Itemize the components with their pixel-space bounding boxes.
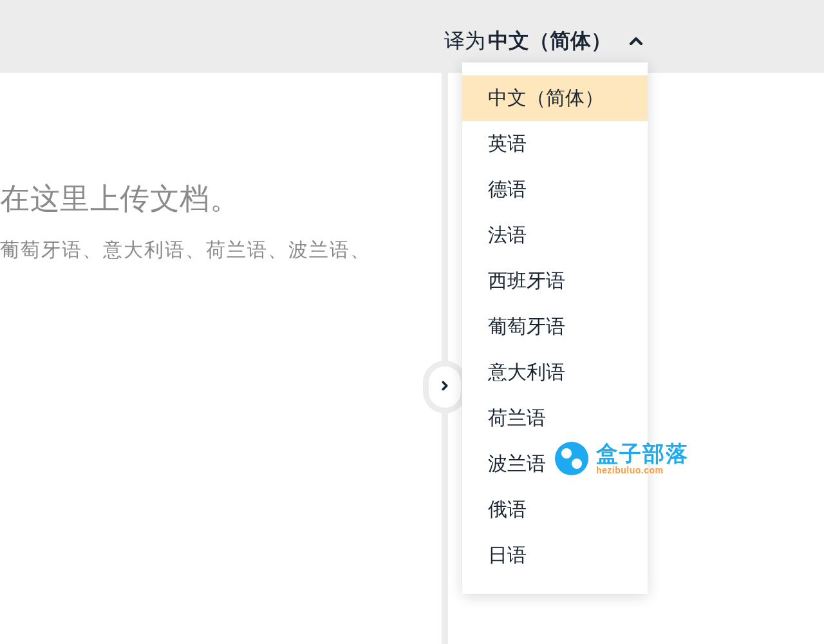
top-bar: 译为 中文（简体）: [0, 0, 824, 73]
language-option[interactable]: 意大利语: [462, 350, 648, 395]
language-dropdown: 中文（简体）英语德语法语西班牙语葡萄牙语意大利语荷兰语波兰语俄语日语: [462, 62, 648, 594]
watermark-logo-icon: [555, 442, 588, 475]
upload-heading: 在这里上传文档。: [0, 179, 239, 219]
selected-language-label: 中文（简体）: [488, 27, 612, 55]
supported-languages-text: 葡萄牙语、意大利语、荷兰语、波兰语、: [0, 237, 371, 263]
language-option[interactable]: 德语: [462, 167, 648, 213]
chevron-up-icon: [626, 31, 646, 52]
language-option[interactable]: 葡萄牙语: [462, 304, 648, 350]
swap-arrow-button[interactable]: [423, 361, 467, 413]
watermark-chinese: 盒子部落: [596, 442, 689, 464]
language-option[interactable]: 英语: [462, 121, 648, 167]
chevron-right-icon: [438, 379, 452, 395]
language-option[interactable]: 中文（简体）: [462, 75, 648, 121]
language-option[interactable]: 日语: [462, 533, 648, 578]
vertical-divider: [442, 73, 448, 644]
watermark: 盒子部落 hezibuluo.com: [555, 442, 689, 475]
watermark-pinyin: hezibuluo.com: [596, 466, 689, 475]
language-option[interactable]: 法语: [462, 213, 648, 258]
main-area: 在这里上传文档。 葡萄牙语、意大利语、荷兰语、波兰语、: [0, 73, 824, 644]
language-option[interactable]: 俄语: [462, 487, 648, 533]
language-option[interactable]: 西班牙语: [462, 258, 648, 304]
target-language-selector[interactable]: 译为 中文（简体）: [444, 27, 646, 55]
language-option[interactable]: 荷兰语: [462, 395, 648, 441]
watermark-text: 盒子部落 hezibuluo.com: [596, 442, 689, 475]
translate-prefix: 译为: [444, 27, 485, 55]
